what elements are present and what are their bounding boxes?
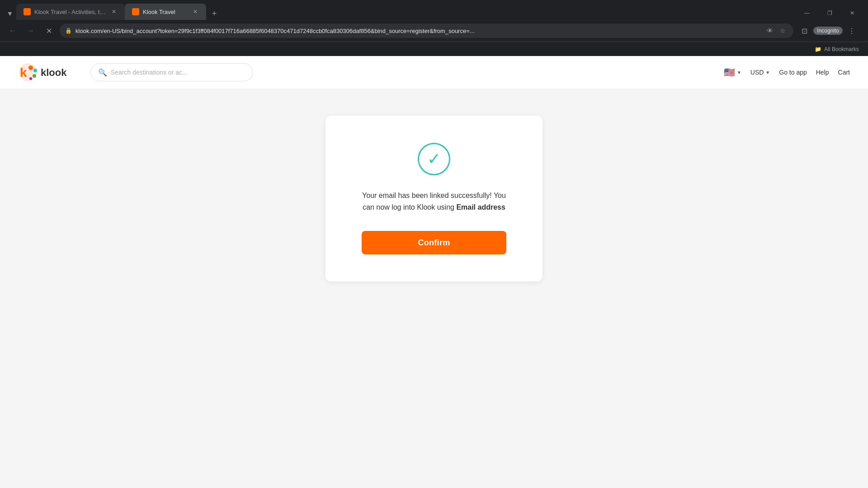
maximize-button[interactable]: ❐ [819,6,840,20]
address-bar: ← → ✕ 🔒 klook.com/en-US/bind_account?tok… [0,20,868,42]
reload-button[interactable]: ✕ [42,23,56,38]
tab-list-action[interactable]: ▼ [4,7,16,20]
svg-point-5 [29,77,32,80]
svg-text:klook: klook [41,67,67,78]
svg-point-2 [28,66,33,70]
website: k klook 🔍 Search destinations or ac... 🇺… [0,56,868,488]
lock-icon: 🔒 [65,28,72,34]
cart-link[interactable]: Cart [838,69,850,76]
back-button[interactable]: ← [5,23,20,38]
url-text: klook.com/en-US/bind_account?token=29f9c… [75,28,761,34]
currency-selector[interactable]: USD ▼ [750,69,770,76]
incognito-badge: Incognito [813,27,843,35]
all-bookmarks-item[interactable]: 📁 All Bookmarks [811,44,863,54]
bookmark-icon[interactable]: ☆ [777,25,788,36]
tab-bar: ▼ Klook Travel - Activities, tours, ✕ Kl… [0,0,868,20]
tab1-favicon [24,8,31,15]
success-card: ✓ Your email has been linked successfull… [326,116,542,282]
checkmark-icon: ✓ [427,151,441,167]
url-bar[interactable]: 🔒 klook.com/en-US/bind_account?token=29f… [60,23,793,38]
search-input-placeholder: Search destinations or ac... [111,69,188,76]
tab2-favicon [132,8,139,15]
eye-off-icon[interactable]: 👁 [764,25,775,36]
confirm-button[interactable]: Confirm [362,231,506,254]
forward-button[interactable]: → [24,23,38,38]
klook-logo-svg: k [18,62,38,82]
tab2-close-icon[interactable]: ✕ [192,8,199,15]
klook-logo[interactable]: k klook [18,62,72,82]
url-actions: 👁 ☆ [764,25,788,36]
minimize-button[interactable]: — [797,6,817,20]
country-chevron-icon: ▼ [737,70,741,75]
svg-point-4 [33,74,36,78]
svg-text:k: k [20,66,27,80]
tab2-title: Klook Travel [143,9,188,15]
profile-button[interactable]: ⊡ [797,23,811,38]
email-address-link: Email address [456,203,505,211]
country-selector[interactable]: 🇺🇸 ▼ [724,67,741,78]
success-message: Your email has been linked successfully!… [362,190,506,213]
browser-chrome: ▼ Klook Travel - Activities, tours, ✕ Kl… [0,0,868,56]
main-content: ✓ Your email has been linked successfull… [0,89,868,488]
tab1-close-icon[interactable]: ✕ [110,8,118,15]
currency-chevron-icon: ▼ [765,70,770,75]
currency-label: USD [750,69,764,76]
help-link[interactable]: Help [816,69,829,76]
navbar: k klook 🔍 Search destinations or ac... 🇺… [0,56,868,89]
window-controls: — ❐ ✕ [797,6,868,20]
tab-klook-travel[interactable]: Klook Travel ✕ [125,4,206,20]
tab-klook-activities[interactable]: Klook Travel - Activities, tours, ✕ [16,4,125,20]
navbar-actions: 🇺🇸 ▼ USD ▼ Go to app Help Cart [724,67,850,78]
svg-point-3 [33,69,37,72]
close-button[interactable]: ✕ [842,6,863,20]
tab1-title: Klook Travel - Activities, tours, [34,9,107,15]
go-to-app-link[interactable]: Go to app [779,69,807,76]
menu-button[interactable]: ⋮ [844,23,859,38]
success-icon-circle: ✓ [418,143,450,175]
us-flag: 🇺🇸 [724,67,735,78]
bookmarks-bar: 📁 All Bookmarks [0,42,868,56]
search-bar[interactable]: 🔍 Search destinations or ac... [90,63,253,81]
new-tab-button[interactable]: + [208,7,221,20]
browser-actions: ⊡ Incognito ⋮ [797,23,863,38]
bookmarks-folder-icon: 📁 [815,46,821,52]
klook-wordmark: klook [41,66,72,79]
all-bookmarks-label: All Bookmarks [824,46,859,52]
search-icon: 🔍 [98,68,107,77]
